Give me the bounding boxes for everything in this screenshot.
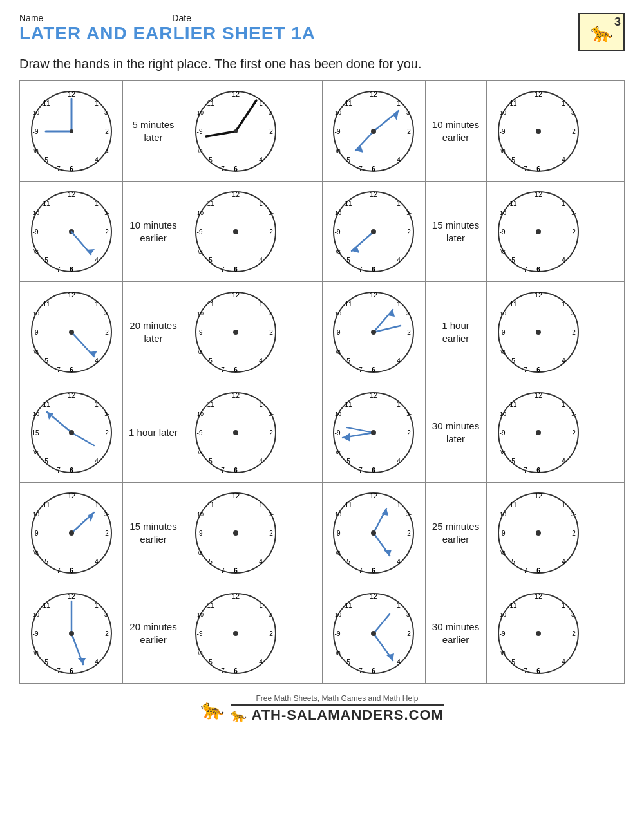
svg-text:\8: \8	[500, 248, 506, 255]
svg-text:4: 4	[259, 659, 263, 666]
svg-text:4: 4	[562, 558, 565, 565]
svg-text:1: 1	[562, 401, 565, 408]
svg-text:4: 4	[562, 257, 565, 264]
svg-text:2: 2	[105, 530, 109, 537]
svg-text:1: 1	[397, 100, 401, 107]
clock-cell-r3a: 12 1 2 4 6 5 -9 11 10 3- \8 7	[323, 282, 426, 382]
clock-cell-4a: 12 1 2 4 6 5 15 11 10 3- \8 7	[20, 382, 123, 482]
label-text-5a: 15 minutes earlier	[127, 520, 180, 545]
label-cell-4a: 1 hour later	[123, 382, 184, 482]
svg-text:-9: -9	[197, 429, 203, 436]
svg-text:10: 10	[197, 109, 204, 116]
svg-text:\8: \8	[500, 650, 506, 657]
svg-text:11: 11	[509, 501, 517, 509]
svg-text:7: 7	[57, 266, 61, 273]
svg-text:5: 5	[346, 357, 350, 364]
label-cell-3a: 20 minutes later	[123, 282, 184, 382]
svg-text:2: 2	[105, 630, 109, 637]
svg-text:12: 12	[370, 291, 377, 299]
svg-text:11: 11	[207, 100, 214, 107]
clock-svg-r1b: 12 1 2 4 6 5 -9 11 10 3- \8 7	[493, 86, 583, 176]
svg-text:11: 11	[345, 100, 352, 107]
logo-box: 🐆 3	[578, 13, 625, 51]
svg-text:12: 12	[67, 391, 75, 399]
svg-text:6: 6	[234, 366, 238, 373]
svg-text:\8: \8	[33, 349, 39, 355]
svg-text:-9: -9	[32, 530, 38, 537]
svg-text:1: 1	[397, 501, 401, 509]
svg-point-246	[536, 229, 541, 234]
svg-point-153	[233, 530, 238, 536]
row-1-right: 12 1 2 4 6 5 -9 11 10 3- \8 7	[323, 81, 625, 182]
svg-text:10: 10	[335, 612, 341, 618]
svg-text:12: 12	[67, 291, 75, 299]
svg-text:12: 12	[370, 90, 377, 98]
svg-text:1: 1	[397, 602, 401, 609]
svg-text:10: 10	[335, 411, 341, 417]
svg-text:7: 7	[57, 567, 61, 574]
label-cell-r2: 15 minutes later	[426, 182, 487, 281]
svg-text:2: 2	[572, 530, 576, 537]
svg-point-326	[371, 530, 376, 536]
svg-text:10: 10	[499, 210, 506, 216]
clock-svg-2b: 12 1 2 4 6 5 -9 11 10 3- \8 7	[191, 187, 281, 277]
svg-text:11: 11	[43, 602, 50, 609]
name-date-row: Name Date	[19, 13, 316, 23]
svg-text:\8: \8	[336, 550, 341, 556]
svg-text:-9: -9	[32, 128, 38, 135]
svg-text:12: 12	[370, 492, 377, 500]
svg-text:4: 4	[397, 357, 401, 364]
svg-text:4: 4	[95, 558, 99, 565]
svg-text:7: 7	[524, 366, 527, 373]
svg-text:3-: 3-	[269, 511, 274, 518]
header: Name Date LATER AND EARLIER SHEET 1A 🐆 3	[19, 13, 625, 53]
svg-text:3-: 3-	[406, 612, 412, 618]
svg-text:11: 11	[345, 501, 352, 509]
svg-text:12: 12	[67, 492, 75, 500]
svg-text:1: 1	[95, 401, 99, 408]
label-cell-r1: 10 minutes earlier	[426, 81, 487, 181]
clock-cell-r1a: 12 1 2 4 6 5 -9 11 10 3- \8 7	[323, 81, 426, 181]
svg-point-232	[371, 229, 376, 234]
svg-text:2: 2	[105, 229, 109, 236]
svg-text:2: 2	[407, 329, 411, 336]
svg-text:12: 12	[534, 391, 542, 399]
svg-text:\8: \8	[33, 148, 39, 154]
svg-text:1: 1	[259, 100, 263, 107]
svg-text:10: 10	[335, 511, 341, 518]
svg-text:6: 6	[234, 266, 238, 273]
svg-text:1: 1	[397, 200, 401, 207]
svg-text:\8: \8	[198, 650, 203, 657]
svg-point-170	[69, 631, 74, 636]
footer-site: 🐆 ATH-SALAMANDERS.COM	[231, 707, 444, 724]
svg-text:11: 11	[345, 301, 352, 308]
svg-text:6: 6	[234, 165, 238, 173]
svg-text:5: 5	[209, 357, 213, 364]
svg-text:11: 11	[509, 100, 517, 107]
svg-text:7: 7	[524, 266, 527, 273]
svg-text:\8: \8	[198, 148, 203, 154]
svg-point-202	[371, 129, 376, 134]
svg-text:\8: \8	[198, 449, 203, 456]
label-cell-r5: 25 minutes earlier	[426, 483, 487, 583]
clock-svg-r4b: 12 1 2 4 6 5 -9 11 10 3- \8 7	[493, 388, 583, 478]
svg-text:10: 10	[32, 210, 39, 216]
svg-text:\8: \8	[33, 650, 39, 657]
name-label: Name	[19, 13, 43, 23]
svg-text:11: 11	[207, 200, 214, 207]
svg-text:10: 10	[499, 411, 506, 417]
svg-text:2: 2	[407, 429, 411, 436]
svg-text:-9: -9	[499, 128, 505, 135]
svg-text:6: 6	[70, 567, 73, 574]
svg-text:6: 6	[70, 366, 73, 373]
svg-text:7: 7	[221, 467, 225, 474]
svg-text:3-: 3-	[571, 310, 576, 317]
svg-text:-9: -9	[197, 530, 203, 537]
svg-text:4: 4	[259, 558, 263, 565]
svg-text:10: 10	[197, 210, 204, 216]
svg-text:7: 7	[359, 165, 363, 173]
svg-text:10: 10	[32, 511, 39, 518]
svg-text:11: 11	[345, 401, 352, 408]
svg-text:5: 5	[209, 257, 213, 264]
svg-text:2: 2	[269, 630, 273, 637]
